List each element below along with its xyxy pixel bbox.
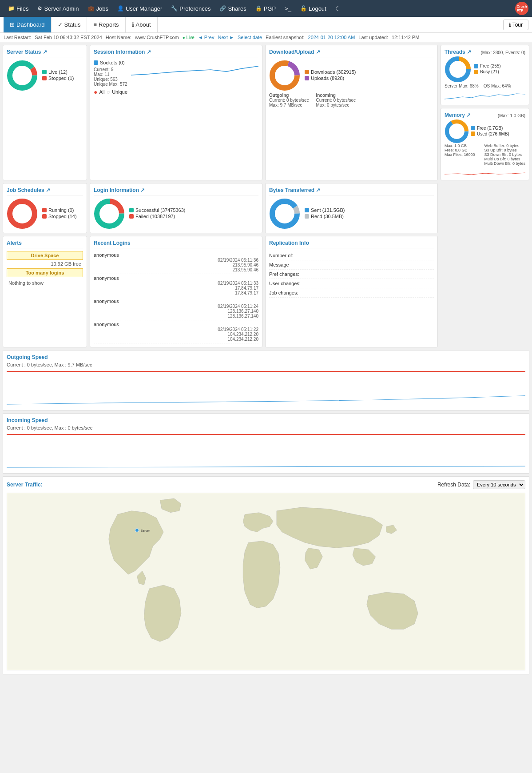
svg-text:Server: Server	[140, 529, 150, 533]
job-schedules-panel: Job Schedules ↗ Running (0) Stopped (14)	[3, 183, 87, 233]
info-bar: Last Restart: Sat Feb 10 06:43:32 EST 20…	[0, 33, 532, 42]
nav-shares[interactable]: 🔗 Shares	[215, 0, 250, 17]
replication-title: Replication Info	[269, 240, 434, 248]
replication-number-of: Number of:	[269, 251, 434, 260]
stopped-dot	[42, 76, 47, 80]
shares-icon: 🔗	[219, 5, 226, 12]
unique-radio: ○	[107, 88, 110, 96]
replication-user: User changes:	[269, 279, 434, 288]
refresh-data-select[interactable]: Every 10 seconds Every 30 seconds Every …	[473, 480, 525, 489]
threads-title[interactable]: Threads ↗	[445, 49, 471, 55]
pgp-icon: 🔒	[255, 5, 262, 12]
login-entry-1: anonymous 02/19/2024 05:11:33 17.84.79.1…	[94, 274, 258, 297]
nav-preferences[interactable]: 🔧 Preferences	[167, 0, 215, 17]
incoming-speed-chart	[7, 434, 525, 470]
tour-icon: ℹ	[509, 22, 512, 28]
select-date-link[interactable]: Select date	[238, 35, 262, 40]
bytes-title[interactable]: Bytes Transferred ↗	[269, 187, 434, 195]
dashboard-row-3: Alerts Drive Space 10.92 GB free Too man…	[3, 236, 529, 347]
stopped-legend-item: Stopped (1)	[42, 76, 74, 81]
last-updated-label: Last updated:	[358, 35, 388, 40]
nav-jobs[interactable]: 💼 Jobs	[83, 0, 113, 17]
server-status-chart	[7, 60, 38, 91]
memory-details: Max: 1.0 GB Free: 0.8 GB Max Files: 1600…	[445, 143, 525, 166]
logout-icon: 🔓	[300, 5, 307, 12]
tab-reports[interactable]: ≡ Reports	[87, 17, 125, 32]
top-nav: 📁 Files ⚙ Server Admin 💼 Jobs 👤 User Man…	[0, 0, 532, 17]
threads-sparkline	[445, 90, 525, 101]
server-admin-icon: ⚙	[37, 5, 42, 12]
login-info-panel: Login Information ↗ Successful (37475363…	[90, 183, 262, 233]
outgoing-speed-value: Current : 0 bytes/sec, Max : 9.7 MB/sec	[7, 362, 525, 367]
prev-link[interactable]: ◄ Prev	[198, 35, 214, 40]
replication-panel: Replication Info Number of: Message Pref…	[265, 236, 438, 347]
svg-point-9	[10, 201, 35, 226]
earliest-value: 2024-01-20 12:00 AM	[308, 35, 355, 40]
login-entry-3: anonymous 02/19/2024 05:11:22 104.234.21…	[94, 320, 258, 343]
job-schedules-chart	[7, 198, 38, 229]
next-link[interactable]: Next ►	[218, 35, 234, 40]
replication-pref: Pref changes:	[269, 270, 434, 279]
sockets-legend: Sockets (0)	[94, 60, 127, 65]
threads-chart	[445, 56, 471, 83]
last-updated-value: 12:11:42 PM	[392, 35, 419, 40]
dashboard-row-2: Job Schedules ↗ Running (0) Stopped (14)	[3, 183, 529, 233]
dashboard-row-1: Server Status ↗ Live (12) Stopped (1)	[3, 45, 529, 180]
preferences-icon: 🔧	[171, 5, 178, 12]
memory-sparkline	[445, 167, 525, 176]
tour-button[interactable]: ℹ Tour	[503, 20, 528, 30]
nav-moon[interactable]: ☾	[331, 0, 345, 17]
session-info-panel: Session Information ↗ Sockets (0) Curren…	[90, 45, 262, 180]
user-manager-icon: 👤	[117, 5, 124, 12]
outgoing-speed-title: Outgoing Speed	[7, 354, 525, 360]
nav-user-manager[interactable]: 👤 User Manager	[113, 0, 167, 17]
session-sparkline	[131, 62, 258, 77]
tab-bar: ⊞ Dashboard ✓ Status ≡ Reports ℹ About ℹ…	[0, 17, 532, 33]
login-entry-0: anonymous 02/19/2024 05:11:36 213.95.90.…	[94, 251, 258, 274]
host-label: Host Name:	[106, 35, 131, 40]
world-map: Server	[7, 493, 525, 670]
nav-logout[interactable]: 🔓 Logout	[296, 0, 331, 17]
incoming-speed-section: Incoming Speed Current : 0 bytes/sec, Ma…	[3, 413, 529, 474]
server-traffic-section: Server Traffic: Refresh Data: Every 10 s…	[3, 476, 529, 674]
files-icon: 📁	[8, 5, 15, 12]
memory-title[interactable]: Memory ↗	[445, 112, 471, 118]
logo-circle: CrushFTP	[515, 2, 528, 15]
svg-point-0	[10, 63, 35, 88]
last-restart-label: Last Restart:	[4, 35, 31, 40]
bytes-panel: Bytes Transferred ↗ Sent (131.5GB) Recd …	[265, 183, 438, 233]
tab-dashboard[interactable]: ⊞ Dashboard	[4, 17, 52, 32]
refresh-label: Refresh Data:	[437, 482, 470, 488]
nav-terminal[interactable]: >_	[280, 0, 296, 17]
live-legend-item: Live (12)	[42, 69, 74, 75]
logo: CrushFTP	[515, 2, 528, 15]
server-status-title[interactable]: Server Status ↗	[7, 49, 83, 57]
bytes-chart	[269, 198, 300, 229]
nav-server-admin[interactable]: ⚙ Server Admin	[33, 0, 83, 17]
about-icon: ℹ	[132, 21, 134, 28]
login-info-title[interactable]: Login Information ↗	[94, 187, 258, 195]
server-status-content: Live (12) Stopped (1)	[7, 60, 83, 91]
memory-panel: Memory ↗ (Max: 1.0 GB) Free (0.7GB)	[441, 108, 529, 180]
download-upload-chart	[269, 60, 300, 91]
live-dot	[42, 70, 47, 74]
alerts-title: Alerts	[7, 240, 83, 248]
download-upload-panel: Download/Upload ↗ Downloads (302915) Upl…	[265, 45, 438, 180]
outgoing-speed-section: Outgoing Speed Current : 0 bytes/sec, Ma…	[3, 350, 529, 410]
drive-space-alert: Drive Space	[7, 251, 83, 260]
drive-space-value: 10.92 GB free	[7, 261, 83, 267]
reports-icon: ≡	[93, 21, 97, 28]
server-status-legend: Live (12) Stopped (1)	[42, 69, 74, 82]
job-schedules-title[interactable]: Job Schedules ↗	[7, 187, 83, 195]
last-restart-value: Sat Feb 10 06:43:32 EST 2024	[35, 35, 102, 40]
server-status-panel: Server Status ↗ Live (12) Stopped (1)	[3, 45, 87, 180]
nav-pgp[interactable]: 🔒 PGP	[251, 0, 280, 17]
tab-about[interactable]: ℹ About	[126, 17, 158, 32]
session-info-title[interactable]: Session Information ↗	[94, 49, 258, 57]
download-upload-title[interactable]: Download/Upload ↗	[269, 49, 434, 57]
nav-files[interactable]: 📁 Files	[4, 0, 33, 17]
tab-status[interactable]: ✓ Status	[52, 17, 87, 32]
recent-logins-panel: Recent Logins anonymous 02/19/2024 05:11…	[90, 236, 262, 347]
incoming-speed-value: Current : 0 bytes/sec, Max : 0 bytes/sec	[7, 425, 525, 430]
server-traffic-title: Server Traffic:	[7, 482, 43, 488]
